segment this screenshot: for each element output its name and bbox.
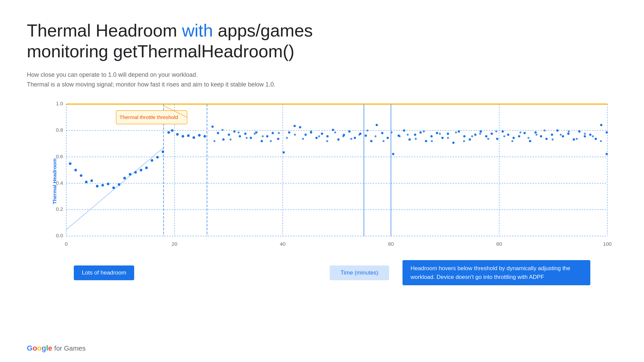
svg-point-140 xyxy=(286,137,288,139)
svg-point-46 xyxy=(151,159,153,162)
svg-point-141 xyxy=(294,134,296,136)
svg-point-60 xyxy=(228,134,230,136)
svg-point-50 xyxy=(171,129,174,132)
svg-point-48 xyxy=(162,150,164,153)
svg-text:0.2: 0.2 xyxy=(56,206,63,212)
svg-text:60: 60 xyxy=(388,241,394,247)
svg-point-170 xyxy=(528,137,530,139)
svg-point-93 xyxy=(409,138,411,141)
svg-point-178 xyxy=(592,135,594,137)
svg-point-31 xyxy=(69,163,71,165)
svg-point-101 xyxy=(452,142,454,144)
svg-point-79 xyxy=(332,129,334,131)
svg-point-99 xyxy=(441,137,444,139)
svg-point-147 xyxy=(342,135,344,137)
main-container: Thermal Headroom with apps/games monitor… xyxy=(0,0,644,362)
svg-point-92 xyxy=(403,129,406,132)
svg-point-169 xyxy=(520,132,522,134)
svg-point-156 xyxy=(415,138,417,140)
svg-point-35 xyxy=(91,180,93,182)
logo-for-games: for Games xyxy=(54,345,86,352)
svg-point-61 xyxy=(233,130,235,133)
svg-text:80: 80 xyxy=(496,241,502,247)
svg-point-119 xyxy=(551,134,553,136)
svg-point-118 xyxy=(545,138,548,140)
svg-point-172 xyxy=(544,130,546,132)
svg-point-138 xyxy=(270,140,272,142)
svg-point-53 xyxy=(187,134,190,137)
title-part1: Thermal Headroom xyxy=(27,21,182,40)
svg-point-155 xyxy=(407,134,409,136)
svg-point-38 xyxy=(107,183,110,185)
svg-point-39 xyxy=(112,187,115,189)
svg-point-174 xyxy=(560,134,562,136)
svg-point-96 xyxy=(425,140,427,142)
svg-point-95 xyxy=(420,131,422,134)
svg-point-128 xyxy=(600,124,602,126)
svg-point-113 xyxy=(518,135,520,138)
google-e-red: e xyxy=(48,344,52,353)
svg-point-85 xyxy=(365,135,367,137)
svg-point-114 xyxy=(524,132,526,134)
svg-point-43 xyxy=(134,171,137,174)
svg-point-146 xyxy=(334,132,336,134)
svg-point-162 xyxy=(463,140,465,142)
svg-point-131 xyxy=(213,140,215,142)
page-title: Thermal Headroom with apps/games monitor… xyxy=(27,20,617,62)
svg-point-36 xyxy=(96,185,99,188)
svg-point-97 xyxy=(430,135,433,138)
svg-point-47 xyxy=(156,156,159,159)
svg-point-69 xyxy=(277,138,279,140)
svg-point-137 xyxy=(262,135,264,137)
footer-logo: Googlefor Games xyxy=(27,344,86,353)
svg-point-51 xyxy=(176,133,179,136)
svg-point-52 xyxy=(181,135,184,138)
svg-point-173 xyxy=(552,139,554,141)
svg-point-134 xyxy=(237,132,239,134)
svg-point-34 xyxy=(85,181,88,183)
svg-point-125 xyxy=(584,135,586,138)
svg-point-133 xyxy=(229,139,231,141)
svg-text:0.8: 0.8 xyxy=(56,127,63,133)
svg-point-44 xyxy=(140,169,143,172)
svg-point-67 xyxy=(266,135,268,138)
title-line2: monitoring getThermalHeadroom() xyxy=(27,42,294,61)
svg-point-76 xyxy=(315,137,318,139)
svg-point-165 xyxy=(487,138,489,140)
subtitle-line2: Thermal is a slow moving signal; monitor… xyxy=(27,81,275,88)
google-o-yellow: o xyxy=(37,344,42,353)
svg-point-37 xyxy=(101,184,104,187)
svg-point-83 xyxy=(354,137,356,139)
svg-point-98 xyxy=(436,132,438,134)
svg-text:20: 20 xyxy=(172,241,177,247)
svg-point-70 xyxy=(282,152,285,154)
svg-point-153 xyxy=(391,132,393,134)
svg-point-142 xyxy=(302,138,304,140)
svg-point-143 xyxy=(310,131,312,133)
svg-point-63 xyxy=(244,133,247,135)
svg-point-108 xyxy=(491,133,493,135)
svg-point-151 xyxy=(375,135,377,137)
subtitle-line1: How close you can operate to 1.0 will de… xyxy=(27,71,198,78)
svg-point-87 xyxy=(376,124,378,126)
svg-text:0: 0 xyxy=(65,241,68,247)
svg-point-164 xyxy=(479,133,481,135)
svg-text:Thermal throttle threshold: Thermal throttle threshold xyxy=(119,114,178,120)
svg-point-150 xyxy=(367,130,369,132)
svg-point-57 xyxy=(211,126,214,128)
svg-point-104 xyxy=(469,138,471,141)
svg-point-117 xyxy=(540,135,542,138)
svg-point-49 xyxy=(167,131,170,134)
svg-point-163 xyxy=(471,135,473,137)
svg-point-59 xyxy=(222,138,225,141)
svg-point-168 xyxy=(512,140,514,142)
svg-point-68 xyxy=(272,132,274,134)
svg-point-41 xyxy=(123,177,126,180)
svg-point-71 xyxy=(288,131,290,134)
svg-point-78 xyxy=(326,135,329,138)
title-with: with xyxy=(182,21,213,40)
svg-point-122 xyxy=(567,133,570,135)
svg-point-82 xyxy=(348,130,351,133)
svg-point-144 xyxy=(318,135,320,137)
svg-point-129 xyxy=(606,131,608,134)
